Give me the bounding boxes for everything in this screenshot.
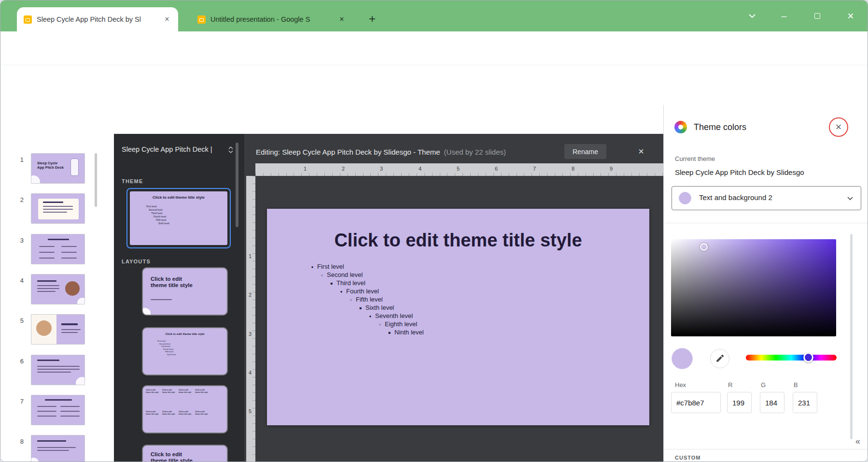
collapse-panel-icon[interactable]: « — [855, 436, 860, 447]
hue-slider[interactable] — [746, 355, 837, 361]
vertical-ruler: 1 2 3 4 5 — [246, 176, 255, 462]
tab-title: Untitled presentation - Google S — [210, 15, 332, 23]
layouts-section-label: LAYOUTS — [122, 259, 151, 264]
close-panel-icon[interactable]: × — [836, 121, 842, 133]
slides-favicon — [24, 15, 32, 24]
layout-thumbnail-1[interactable]: Click to edit theme title style — [142, 267, 228, 316]
g-label: G — [761, 381, 766, 389]
role-label: Text and background 2 — [699, 193, 772, 202]
layout-thumbnail-2[interactable]: Click to edit theme title style First le… — [142, 327, 228, 375]
panel-scrollbar[interactable] — [850, 234, 853, 439]
theme-panel-title: Sleep Cycle App Pitch Deck | — [122, 145, 224, 153]
slide-thumbnail-7[interactable] — [31, 395, 85, 425]
maximize-icon — [814, 13, 820, 19]
tab-untitled-presentation[interactable]: Untitled presentation - Google S × — [191, 7, 353, 31]
layout-thumbnail-4[interactable]: Click to edit theme title style — [142, 445, 228, 462]
slide-thumbnail-8[interactable] — [31, 435, 85, 462]
slide-number: 5 — [13, 317, 24, 324]
main-area: 1 Sleep Cycle App Pitch Deck 2 3 — [0, 134, 663, 462]
filmstrip-scrollbar[interactable] — [95, 153, 97, 207]
slide-thumbnail-1[interactable]: Sleep Cycle App Pitch Deck — [31, 153, 85, 184]
color-role-dropdown[interactable]: Text and background 2 — [672, 186, 861, 210]
hex-input[interactable] — [671, 392, 721, 413]
level-text: Second level — [327, 271, 363, 278]
current-theme-name: Sleep Cycle App Pitch Deck by Slidesgo — [675, 168, 804, 176]
saturation-value-picker[interactable] — [671, 239, 836, 336]
level-text: Ninth level — [394, 329, 424, 336]
close-theme-editor-icon[interactable]: × — [633, 144, 649, 159]
layouts-scrollbar[interactable] — [236, 143, 238, 227]
current-theme-label: Current theme — [675, 155, 715, 162]
slide-number: 3 — [13, 237, 24, 244]
level-text: Seventh level — [375, 312, 413, 319]
b-input[interactable] — [793, 392, 817, 413]
browser-titlebar: Sleep Cycle App Pitch Deck by Sl × Untit… — [0, 0, 868, 31]
usage-label: (Used by 22 slides) — [444, 148, 506, 156]
slide-title[interactable]: Click to edit theme title style — [267, 230, 649, 251]
tab-search-icon[interactable] — [744, 8, 760, 24]
theme-colors-panel: Theme colors × Current theme Sleep Cycle… — [663, 105, 868, 462]
maximize-button[interactable] — [809, 8, 826, 24]
slide-editor[interactable]: Click to edit theme title style ●First l… — [267, 209, 649, 425]
canvas-area: Editing: Sleep Cycle App Pitch Deck by S… — [244, 134, 663, 462]
b-label: B — [794, 381, 798, 389]
picker-marker[interactable] — [700, 243, 708, 251]
hex-label: Hex — [675, 381, 686, 389]
level-text: Sixth level — [365, 304, 394, 311]
tab-pitch-deck[interactable]: Sleep Cycle App Pitch Deck by Sl × — [17, 7, 178, 31]
slide-number: 7 — [13, 398, 24, 405]
tab-close-icon[interactable]: × — [336, 14, 347, 25]
theme-section-label: THEME — [122, 178, 143, 184]
slide-number: 1 — [13, 156, 24, 163]
slide-number: 6 — [13, 358, 24, 365]
slide-thumbnail-6[interactable] — [31, 355, 85, 385]
divider — [664, 223, 868, 223]
theme-layouts-panel: Sleep Cycle App Pitch Deck | THEME Click… — [114, 134, 244, 462]
slide-thumbnail-3[interactable] — [31, 234, 85, 264]
slide-number: 8 — [13, 438, 24, 445]
browser-navbar: ← → ↻ docs.google.com/presentation/d/1TZ… — [0, 31, 868, 65]
rename-button[interactable]: Rename — [564, 144, 606, 159]
slide-body[interactable]: ●First level ○Second level ■Third level … — [309, 263, 424, 337]
role-color-swatch — [679, 192, 691, 204]
layout-thumbnail-3[interactable]: Click to edit theme title style Click to… — [142, 385, 228, 433]
level-text: First level — [317, 263, 344, 270]
hue-slider-thumb[interactable] — [803, 352, 813, 362]
close-annotation-ring: × — [829, 117, 848, 137]
editing-label: Editing: Sleep Cycle App Pitch Deck by S… — [256, 148, 440, 156]
theme-colors-icon — [674, 121, 687, 133]
horizontal-ruler: 1 2 3 4 5 6 7 8 9 — [255, 163, 663, 176]
slide-filmstrip: 1 Sleep Cycle App Pitch Deck 2 3 — [0, 134, 114, 462]
g-input[interactable] — [760, 392, 784, 413]
close-window-button[interactable]: × — [842, 8, 859, 24]
tab-title: Sleep Cycle App Pitch Deck by Sl — [37, 15, 157, 23]
r-label: R — [728, 381, 732, 389]
tab-close-icon[interactable]: × — [162, 14, 172, 25]
browser-window: Sleep Cycle App Pitch Deck by Sl × Untit… — [0, 0, 868, 462]
toolbar: + ↶ ↷ Fit — [0, 105, 663, 134]
custom-section-label: CUSTOM — [675, 455, 700, 461]
slides-header: Sleep Cycle App Pitch Deck by Slidesgo ☆… — [0, 65, 868, 105]
chevron-down-icon — [847, 197, 853, 201]
slide-thumbnail-4[interactable] — [31, 274, 85, 304]
divider — [664, 449, 868, 449]
slide-number: 2 — [13, 196, 24, 203]
slide-thumbnail-2[interactable] — [31, 193, 85, 224]
level-text: Fourth level — [346, 288, 379, 295]
selected-color-swatch — [672, 348, 693, 369]
slides-favicon — [197, 15, 206, 24]
level-text: Eighth level — [385, 320, 417, 328]
level-text: Third level — [336, 279, 365, 287]
theme-master-thumbnail[interactable]: Click to edit theme title style First le… — [126, 188, 231, 248]
r-input[interactable] — [727, 392, 752, 413]
editing-bar: Editing: Sleep Cycle App Pitch Deck by S… — [256, 142, 506, 161]
theme-editor: Sleep Cycle App Pitch Deck | THEME Click… — [114, 134, 663, 462]
level-text: Fifth level — [356, 296, 383, 303]
minimize-button[interactable]: – — [776, 8, 792, 24]
new-tab-button[interactable]: + — [365, 11, 379, 27]
slide-thumbnail-5[interactable] — [31, 314, 85, 345]
slide-number: 4 — [13, 277, 24, 284]
panel-title: Theme colors — [694, 122, 746, 132]
eyedropper-button[interactable] — [710, 349, 729, 368]
panel-sort-icon[interactable] — [228, 146, 234, 153]
